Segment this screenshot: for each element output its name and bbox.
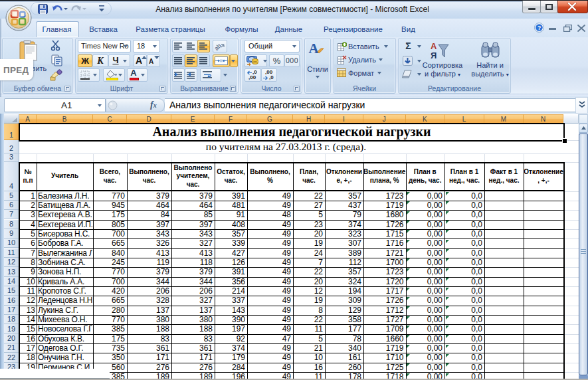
svg-text:А: А (431, 41, 437, 51)
svg-text:?: ? (538, 25, 541, 31)
svg-text:Я: Я (431, 50, 437, 60)
svg-text:А: А (308, 41, 319, 56)
